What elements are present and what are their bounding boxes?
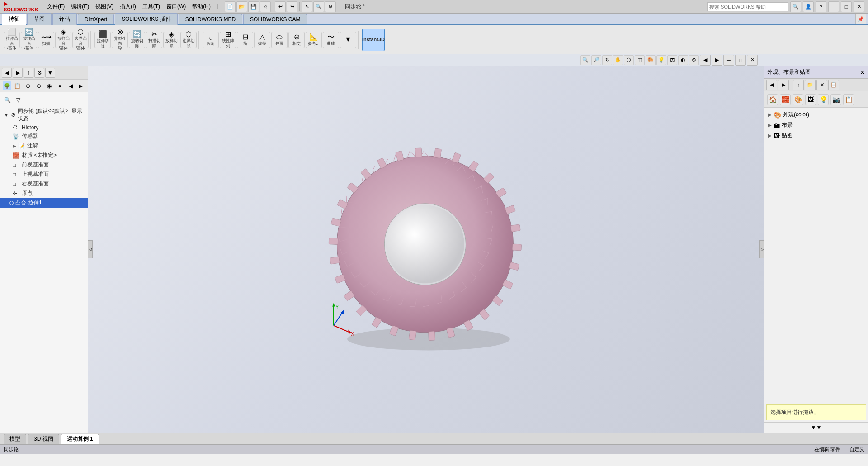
vp-pan[interactable]: ✋ <box>613 55 623 65</box>
tree-filter-icon[interactable]: ▽ <box>14 95 23 105</box>
loft-button[interactable]: ◈ 放样凸台/基体 <box>55 32 71 48</box>
tab-dimxpert[interactable]: DimXpert <box>78 14 114 24</box>
vp-close-window[interactable]: ✕ <box>747 55 758 66</box>
intersect-button[interactable]: ⊕ 相交 <box>288 32 305 48</box>
tree-item-origin[interactable]: ✛ 原点 <box>0 189 88 198</box>
print-button[interactable]: 🖨 <box>260 1 271 12</box>
draft-button[interactable]: △ 拔模 <box>254 32 270 48</box>
instant3d-button[interactable]: Instant3D <box>362 29 385 51</box>
tree-item-front-plane[interactable]: □ 前视基准面 <box>0 160 88 170</box>
sidebar-up-button[interactable]: ↑ <box>24 68 33 78</box>
dim-expert-icon[interactable]: ⊙ <box>34 81 43 90</box>
tab-model[interactable]: 模型 <box>4 434 26 444</box>
tab-features[interactable]: 特征 <box>2 13 26 25</box>
undo-button[interactable]: ↩ <box>275 1 286 12</box>
maximize-button[interactable]: □ <box>841 1 852 12</box>
sidebar-settings-button[interactable]: ⚙ <box>34 68 44 78</box>
menu-window[interactable]: 窗口(W) <box>164 2 189 11</box>
sidebar-collapse-right[interactable]: ▶ <box>76 81 85 90</box>
tree-filter-button[interactable]: 🔍 <box>3 95 12 105</box>
tree-item-history[interactable]: ⏱ History <box>0 124 88 132</box>
tree-item-right-plane[interactable]: □ 右视基准面 <box>0 179 88 189</box>
minimize-button[interactable]: ─ <box>828 1 839 12</box>
ap-nav-home[interactable]: 🏠 <box>767 94 778 105</box>
ap-copy-button[interactable]: 📋 <box>828 80 839 90</box>
menu-insert[interactable]: 插入(I) <box>117 2 138 11</box>
display-manager-icon[interactable]: ◉ <box>45 81 53 90</box>
ap-nav-appearance[interactable]: 🎨 <box>793 94 803 105</box>
sidebar-collapse-left[interactable]: ◀ <box>66 81 75 90</box>
options-button[interactable]: ⚙ <box>325 1 336 12</box>
tab-sw-cam[interactable]: SOLIDWORKS CAM <box>243 14 307 24</box>
ap-forward-button[interactable]: ▶ <box>778 80 789 90</box>
user-button[interactable]: 👤 <box>803 1 814 12</box>
tab-sketch[interactable]: 草图 <box>27 13 52 25</box>
menu-edit[interactable]: 编辑(E) <box>68 2 92 11</box>
config-manager-icon[interactable]: ⊕ <box>24 81 33 90</box>
ap-nav-light[interactable]: 💡 <box>818 94 829 105</box>
revolve-cut-button[interactable]: 🔄 旋转切除 <box>129 32 145 48</box>
sidebar-forward-button[interactable]: ▶ <box>13 68 23 78</box>
select-button[interactable]: ↖ <box>302 1 312 12</box>
vp-section[interactable]: ◫ <box>635 55 645 65</box>
menu-view[interactable]: 视图(V) <box>93 2 116 11</box>
ap-nav-decal[interactable]: 📋 <box>843 94 854 105</box>
menu-file[interactable]: 文件(F) <box>44 2 67 11</box>
search-input[interactable] <box>707 2 788 11</box>
feature-tree-icon[interactable]: 🌳 <box>3 81 11 90</box>
viewport[interactable]: Y X ◁ ▷ <box>88 66 764 433</box>
reference-button[interactable]: 📐 参考... <box>306 32 322 48</box>
vp-zoom-in[interactable]: 🔎 <box>591 55 601 65</box>
ap-nav-scene[interactable]: 🖼 <box>805 94 816 105</box>
appearance-color-section[interactable]: ▶ 🎨 外观(color) <box>766 109 866 120</box>
menu-tools[interactable]: 工具(T) <box>140 2 163 11</box>
tab-3d-view[interactable]: 3D 视图 <box>28 434 59 444</box>
boundary-button[interactable]: ⬡ 边界凸台/基体 <box>72 32 89 48</box>
new-button[interactable]: 📄 <box>225 1 236 12</box>
tab-sw-mbd[interactable]: SOLIDWORKS MBD <box>179 14 242 24</box>
vp-max-window[interactable]: □ <box>735 55 746 66</box>
menu-help[interactable]: 帮助(H) <box>189 2 213 11</box>
appearances-icon[interactable]: ● <box>56 81 64 90</box>
revolve-boss-button[interactable]: 🔄 旋转凸台/基体 <box>21 32 37 48</box>
tab-pin-button[interactable]: 📌 <box>855 14 866 24</box>
vp-collapse-panel[interactable]: ◀ <box>700 55 711 66</box>
sweep-button[interactable]: ⟿ 扫描 <box>38 32 54 48</box>
ap-nav-camera[interactable]: 📷 <box>830 94 841 105</box>
tab-motion[interactable]: 运动算例 1 <box>61 434 99 444</box>
ap-nav-material[interactable]: 🧱 <box>780 94 791 105</box>
annotations-expand[interactable]: ▶ <box>13 143 16 148</box>
vp-view-settings[interactable]: ⚙ <box>689 55 699 65</box>
search-button[interactable]: 🔍 <box>790 1 801 12</box>
sidebar-back-button[interactable]: ◀ <box>2 68 12 78</box>
vp-display-style[interactable]: 🎨 <box>646 55 656 65</box>
property-manager-icon[interactable]: 📋 <box>13 81 22 90</box>
extrude-cut-button[interactable]: ⬛ 拉伸切除 <box>94 32 111 48</box>
zoom-button[interactable]: 🔍 <box>313 1 324 12</box>
tree-item-sensors[interactable]: 📡 传感器 <box>0 132 88 141</box>
vp-zoom-fit[interactable]: 🔍 <box>580 55 590 65</box>
appearance-expand-icon[interactable]: ▼▼ <box>811 424 822 431</box>
tree-item-extrude1[interactable]: ⬡ 凸台-拉伸1 <box>0 198 88 208</box>
tree-item-annotations[interactable]: ▶ 📝 注解 <box>0 141 88 151</box>
vp-left-collapse-handle[interactable]: ◁ <box>88 240 93 258</box>
tree-item-top-plane[interactable]: □ 上视基准面 <box>0 170 88 179</box>
sweep-cut-button[interactable]: ✂ 扫描切除 <box>146 32 162 48</box>
close-button[interactable]: ✕ <box>854 1 864 12</box>
wrap-button[interactable]: ⬭ 包覆 <box>271 32 288 48</box>
tree-root-title[interactable]: ▼ ⚙ 同步轮 (默认<<默认>_显示状态 <box>0 106 88 124</box>
tab-sw-plugins[interactable]: SOLIDWORKS 插件 <box>115 13 178 25</box>
sidebar-more-button[interactable]: ▼ <box>45 68 55 78</box>
help-button[interactable]: ? <box>816 1 826 12</box>
rib-button[interactable]: ⊟ 筋 <box>237 32 253 48</box>
loft-cut-button[interactable]: ◈ 放样切除 <box>163 32 179 48</box>
curves-button[interactable]: 〜 曲线 <box>323 32 339 48</box>
appearance-panel-close[interactable]: ✕ <box>860 69 865 76</box>
vp-expand-panel[interactable]: ▶ <box>712 55 722 66</box>
vp-min-window[interactable]: ─ <box>723 55 734 66</box>
ap-up-button[interactable]: ↑ <box>793 80 804 90</box>
tab-evaluate[interactable]: 评估 <box>52 13 77 25</box>
vp-view-cube[interactable]: ⬡ <box>624 55 634 65</box>
ap-new-folder-button[interactable]: 📁 <box>805 80 816 90</box>
vp-scenes[interactable]: 🖼 <box>667 55 677 65</box>
